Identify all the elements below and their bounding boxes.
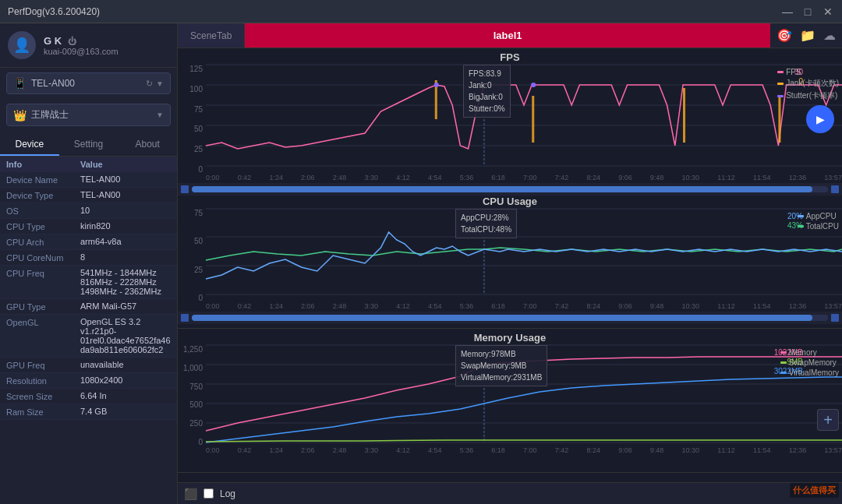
app-dropdown[interactable]: 👑 王牌战士 ▼ bbox=[6, 104, 171, 126]
avatar: 👤 bbox=[8, 31, 36, 59]
swap-color-dot bbox=[780, 361, 787, 364]
app-label: 王牌战士 bbox=[31, 108, 156, 122]
close-button[interactable]: ✕ bbox=[822, 5, 834, 18]
info-key: Device Type bbox=[6, 190, 80, 200]
cpu-chart: CPU Usage 75 50 25 0 bbox=[178, 192, 842, 329]
folder-icon[interactable]: 📁 bbox=[800, 28, 815, 43]
fps-xaxis: 0:00 0:42 1:24 2:06 2:48 3:30 4:12 4:54 … bbox=[178, 174, 842, 183]
memory-svg bbox=[206, 345, 842, 442]
appcpu-color-dot bbox=[798, 215, 804, 217]
user-section: 👤 G K ⏻ kuai-009@163.com bbox=[0, 23, 177, 68]
info-key: CPU Freq bbox=[6, 268, 80, 278]
log-checkbox[interactable] bbox=[203, 488, 214, 499]
top-bar: SceneTab label1 🎯 📁 ☁ bbox=[178, 23, 842, 48]
info-row: Resolution1080x2400 bbox=[0, 373, 177, 389]
info-value: TEL-AN00 bbox=[80, 174, 171, 184]
cpu-scroll-right bbox=[831, 314, 839, 322]
fps-chart: FPS 125 100 75 50 25 0 bbox=[178, 48, 842, 192]
info-row: Ram Size7.4 GB bbox=[0, 404, 177, 420]
info-key: GPU Type bbox=[6, 301, 80, 312]
info-row: Device NameTEL-AN00 bbox=[0, 172, 177, 188]
svg-rect-8 bbox=[532, 96, 534, 143]
app-title: PerfDog(v3.6.200420) bbox=[8, 6, 781, 17]
info-row: GPU TypeARM Mali-G57 bbox=[0, 299, 177, 315]
top-icons: 🎯 📁 ☁ bbox=[770, 23, 842, 48]
fps-legend-jank: Jank(卡顿次数) bbox=[777, 78, 839, 89]
cpu-yaxis: 75 50 25 0 bbox=[178, 209, 206, 302]
device-label: TEL-AN00 bbox=[31, 78, 146, 89]
info-row: GPU Frequnavailable bbox=[0, 358, 177, 373]
info-table: Info Value Device NameTEL-AN00Device Typ… bbox=[0, 157, 177, 504]
window-controls: — □ ✕ bbox=[781, 5, 834, 18]
fps-legend: FPS Jank(卡顿次数) Stutter(卡顿率) bbox=[777, 68, 839, 101]
jank-color-dot bbox=[777, 83, 784, 85]
scrollbar-thumb[interactable] bbox=[192, 186, 812, 192]
info-row: CPU Typekirin820 bbox=[0, 219, 177, 234]
log-label: Log bbox=[220, 488, 235, 499]
info-key: OpenGL bbox=[6, 317, 80, 327]
cpu-legend: AppCPU TotalCPU bbox=[798, 212, 839, 231]
memory-color-dot bbox=[780, 351, 787, 354]
tab-about[interactable]: About bbox=[118, 134, 177, 156]
memory-xaxis: 0:00 0:42 1:24 2:06 2:48 3:30 4:12 4:54 … bbox=[178, 446, 842, 456]
tab-bar: Device Setting About bbox=[0, 134, 177, 157]
info-value: TEL-AN00 bbox=[80, 190, 171, 199]
cpu-svg bbox=[206, 209, 842, 294]
sidebar: 👤 G K ⏻ kuai-009@163.com 📱 TEL-AN00 ↻ ▼ … bbox=[0, 23, 178, 504]
label-bar[interactable]: label1 bbox=[245, 23, 770, 48]
svg-rect-9 bbox=[683, 88, 685, 143]
info-row: OS10 bbox=[0, 203, 177, 219]
cpu-scrollbar-thumb[interactable] bbox=[192, 315, 812, 321]
memory-legend-memory: Memory bbox=[780, 348, 839, 357]
info-value: 1080x2400 bbox=[80, 375, 171, 385]
scene-tab[interactable]: SceneTab bbox=[178, 23, 245, 48]
add-chart-button[interactable]: + bbox=[817, 409, 839, 431]
device-icon: 📱 bbox=[13, 77, 27, 90]
info-row: OpenGLOpenGL ES 3.2 v1.r21p0-01rel0.0dac… bbox=[0, 315, 177, 358]
memory-yaxis: 1,250 1,000 750 500 250 0 bbox=[178, 345, 206, 446]
info-value: 6.64 In bbox=[80, 391, 171, 400]
svg-point-12 bbox=[531, 83, 536, 87]
charts-area: FPS 125 100 75 50 25 0 bbox=[178, 48, 842, 482]
bottom-bar: ⬛ Log bbox=[178, 482, 842, 504]
cpu-legend-totalcpu: TotalCPU bbox=[798, 222, 839, 231]
virtual-color-dot bbox=[780, 372, 787, 374]
cpu-xaxis: 0:00 0:42 1:24 2:06 2:48 3:30 4:12 4:54 … bbox=[178, 302, 842, 312]
info-rows: Device NameTEL-AN00Device TypeTEL-AN00OS… bbox=[0, 172, 177, 420]
play-button[interactable]: ▶ bbox=[806, 105, 834, 133]
value-col-header: Value bbox=[80, 160, 171, 169]
chevron-down-icon: ▼ bbox=[156, 79, 164, 88]
tab-device[interactable]: Device bbox=[0, 134, 59, 156]
cpu-scrollbar-track[interactable] bbox=[192, 315, 828, 321]
info-value: arm64-v8a bbox=[80, 237, 171, 246]
svg-point-11 bbox=[434, 83, 439, 87]
cpu-scrollbar[interactable] bbox=[178, 312, 842, 324]
fps-svg bbox=[206, 65, 842, 166]
info-row: CPU CoreNum8 bbox=[0, 250, 177, 266]
info-value: 541MHz - 1844MHz816MHz - 2228MHz1498MHz … bbox=[80, 268, 171, 296]
totalcpu-color-dot bbox=[798, 225, 804, 227]
scrollbar-track[interactable] bbox=[192, 186, 828, 192]
refresh-icon[interactable]: ↻ bbox=[146, 79, 153, 89]
device-dropdown[interactable]: 📱 TEL-AN00 ↻ ▼ bbox=[6, 72, 171, 94]
info-value: 7.4 GB bbox=[80, 407, 171, 416]
bottom-expand-icon[interactable]: ⬛ bbox=[184, 488, 197, 500]
stutter-color-dot bbox=[777, 95, 784, 97]
fps-color-dot bbox=[777, 71, 784, 73]
maximize-button[interactable]: □ bbox=[801, 5, 814, 18]
info-key: GPU Freq bbox=[6, 360, 80, 370]
cpu-scroll-left bbox=[181, 314, 189, 322]
power-icon: ⏻ bbox=[68, 37, 76, 46]
cloud-icon[interactable]: ☁ bbox=[823, 28, 836, 43]
location-icon[interactable]: 🎯 bbox=[777, 28, 792, 43]
fps-legend-stutter: Stutter(卡顿率) bbox=[777, 90, 839, 101]
info-table-header: Info Value bbox=[0, 157, 177, 172]
app-chevron-icon: ▼ bbox=[156, 111, 164, 119]
content-area: SceneTab label1 🎯 📁 ☁ FPS 125 100 75 50 bbox=[178, 23, 842, 504]
minimize-button[interactable]: — bbox=[781, 5, 794, 18]
cpu-chart-area: AppCPU:28% TotalCPU:48% 20% 43% bbox=[206, 209, 842, 302]
svg-rect-10 bbox=[778, 96, 780, 143]
info-value: ARM Mali-G57 bbox=[80, 301, 171, 311]
tab-setting[interactable]: Setting bbox=[59, 134, 119, 156]
info-key: Screen Size bbox=[6, 391, 80, 401]
